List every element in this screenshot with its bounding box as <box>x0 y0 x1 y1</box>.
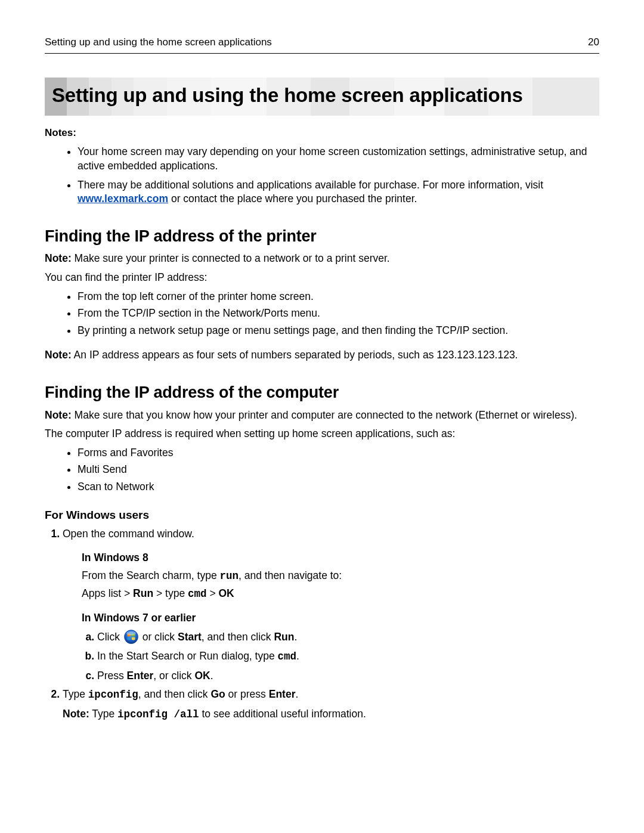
text: From the Search charm, type <box>82 569 219 581</box>
text: , and then navigate to: <box>239 569 342 581</box>
notes-label: Notes: <box>45 126 599 140</box>
note-paragraph: Note: Make sure that you know how your p… <box>45 408 599 423</box>
ui-label: OK <box>194 670 210 682</box>
text: Type <box>89 708 117 720</box>
list-item: From the TCP/IP section in the Network/P… <box>78 306 599 321</box>
note-label: Note: <box>45 409 72 421</box>
substep-a: Click <box>97 630 599 645</box>
running-title: Setting up and using the home screen app… <box>45 36 272 49</box>
printer-ip-list: From the top left corner of the printer … <box>45 290 599 338</box>
ui-label: Run <box>274 631 294 643</box>
list-item: Scan to Network <box>78 480 599 494</box>
running-header: Setting up and using the home screen app… <box>45 36 599 54</box>
step2-note: Note: Type ipconfig /all to see addition… <box>63 707 599 722</box>
note-item: Your home screen may vary depending on y… <box>78 145 599 173</box>
svg-point-1 <box>126 631 136 635</box>
list-item: Multi Send <box>78 463 599 477</box>
windows8-block: In Windows 8 From the Search charm, type… <box>82 551 599 602</box>
ui-label: Start <box>178 631 202 643</box>
ui-label: Go <box>210 688 225 700</box>
ui-label: Enter <box>127 670 154 682</box>
document-page: Setting up and using the home screen app… <box>0 0 644 833</box>
text: Type <box>63 688 88 700</box>
lead-paragraph: You can find the printer IP address: <box>45 271 599 285</box>
step-2: Type ipconfig, and then click Go or pres… <box>63 688 599 721</box>
text: In the Start Search or Run dialog, type <box>97 650 278 662</box>
windows7-block: In Windows 7 or earlier Click <box>82 611 599 683</box>
page-title: Setting up and using the home screen app… <box>52 82 592 109</box>
note-text: An IP address appears as four sets of nu… <box>72 349 518 361</box>
text: or press <box>225 688 269 700</box>
note-label: Note: <box>45 349 72 361</box>
text: to see additional useful information. <box>199 708 366 720</box>
text: Apps list > <box>82 587 133 599</box>
list-item: Forms and Favorites <box>78 446 599 460</box>
note-text: There may be additional solutions and ap… <box>78 179 543 191</box>
note-paragraph: Note: An IP address appears as four sets… <box>45 348 599 363</box>
text: , and then click <box>138 688 211 700</box>
notes-list: Your home screen may vary depending on y… <box>45 145 599 206</box>
list-item: From the top left corner of the printer … <box>78 290 599 304</box>
page-number: 20 <box>588 36 599 49</box>
code-text: cmd <box>188 588 207 600</box>
subheading-windows8: In Windows 8 <box>82 551 599 565</box>
ui-label: Enter <box>269 688 296 700</box>
text: > type <box>153 587 188 599</box>
text: . <box>295 688 298 700</box>
note-label: Note: <box>45 252 72 264</box>
note-text: Make sure your printer is connected to a… <box>72 252 390 264</box>
note-text: Make sure that you know how your printer… <box>72 409 577 421</box>
text: , or click <box>153 670 194 682</box>
code-text: cmd <box>278 651 297 662</box>
win8-line2: Apps list > Run > type cmd > OK <box>82 587 599 602</box>
code-text: ipconfig <box>88 689 138 701</box>
ui-label: Run <box>133 587 153 599</box>
text: > <box>207 587 219 599</box>
text: Click <box>97 631 123 643</box>
list-item: By printing a network setup page or menu… <box>78 324 599 338</box>
section-heading-computer-ip: Finding the IP address of the computer <box>45 382 599 403</box>
win7-substeps: Click <box>82 630 599 683</box>
subheading-windows-users: For Windows users <box>45 507 599 523</box>
lexmark-link[interactable]: www.lexmark.com <box>78 193 168 205</box>
text: . <box>210 670 213 682</box>
win8-line1: From the Search charm, type run, and the… <box>82 569 599 584</box>
section-heading-printer-ip: Finding the IP address of the printer <box>45 225 599 247</box>
text: . <box>294 631 297 643</box>
substep-b: In the Start Search or Run dialog, type … <box>97 649 599 664</box>
note-item: There may be additional solutions and ap… <box>78 178 599 206</box>
code-text: ipconfig /all <box>117 708 199 720</box>
substep-c: Press Enter, or click OK. <box>97 669 599 683</box>
text: or click <box>140 631 178 643</box>
apps-list: Forms and Favorites Multi Send Scan to N… <box>45 446 599 494</box>
windows-steps: Open the command window. In Windows 8 Fr… <box>45 527 599 721</box>
text: Press <box>97 670 127 682</box>
code-text: run <box>219 570 239 582</box>
note-paragraph: Note: Make sure your printer is connecte… <box>45 252 599 266</box>
lead-paragraph: The computer IP address is required when… <box>45 427 599 441</box>
subheading-windows7: In Windows 7 or earlier <box>82 611 599 625</box>
ui-label: OK <box>218 587 234 599</box>
windows-start-orb-icon <box>124 630 138 644</box>
step-text: Open the command window. <box>63 528 194 540</box>
title-band: Setting up and using the home screen app… <box>45 78 599 116</box>
text: , and then click <box>202 631 274 643</box>
note-text: or contact the place where you purchased… <box>168 193 417 205</box>
step-1: Open the command window. In Windows 8 Fr… <box>63 527 599 683</box>
text: . <box>296 650 299 662</box>
note-label: Note: <box>63 708 89 720</box>
